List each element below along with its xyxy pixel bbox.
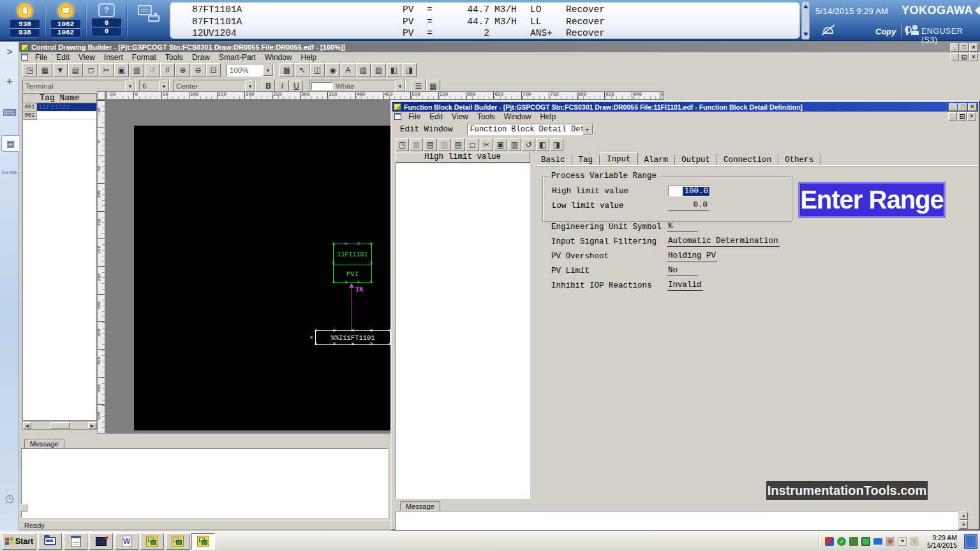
print-icon[interactable]: ▤	[68, 63, 83, 77]
open-icon[interactable]: ◳	[22, 63, 37, 77]
menu-item[interactable]: Window	[260, 53, 297, 62]
signal-line[interactable]	[352, 286, 352, 331]
node-icon[interactable]: ◉	[325, 63, 340, 77]
title-bar[interactable]: Control Drawing Builder - [Pjt:GSPCOGT S…	[19, 42, 980, 52]
taskbar-builder1-button[interactable]	[140, 533, 164, 550]
security-shield-icon[interactable]	[825, 537, 834, 546]
tab[interactable]: Connection	[717, 154, 778, 165]
menu-item[interactable]: Tools	[473, 112, 500, 121]
antivirus-check-icon[interactable]: ✓	[837, 537, 846, 546]
cut-icon[interactable]: ✂	[480, 138, 493, 151]
restore-button[interactable]: ◱	[960, 53, 969, 61]
color-select[interactable]: White▼	[309, 80, 406, 92]
field-value[interactable]: Invalid	[667, 281, 703, 291]
layout-b-icon[interactable]: ◨	[402, 63, 417, 77]
process-alarm-button[interactable]: 938 938	[8, 1, 42, 40]
flag-icon[interactable]: ⚑	[898, 537, 907, 546]
undo-icon[interactable]: ↺	[145, 63, 160, 77]
menu-item[interactable]: Window	[500, 112, 536, 121]
operator-guide-button[interactable]: ? 0 0	[89, 1, 124, 40]
message-scrollbar[interactable]: ▲▼	[960, 511, 968, 529]
banner-scrollbar[interactable]	[801, 1, 810, 40]
clock-icon[interactable]: ◷	[0, 492, 19, 504]
network-warning-icon[interactable]: !	[910, 537, 919, 546]
align-grid-icon[interactable]: ▧	[356, 63, 371, 77]
grid-icon[interactable]: #	[160, 63, 175, 77]
tag-row[interactable]: 001 11FI1101	[23, 103, 96, 112]
alarm-message-row[interactable]: 87FT1101A PV = 44.7 M3/H LO Recover	[192, 4, 799, 16]
paste-icon[interactable]: ▥	[508, 138, 521, 151]
taskbar-report-button[interactable]	[64, 533, 87, 550]
printer-icon[interactable]: ▥	[438, 138, 451, 151]
save-icon[interactable]: ▦	[410, 138, 423, 151]
tab[interactable]: Tag	[572, 154, 600, 165]
menu-item[interactable]: Help	[297, 53, 322, 62]
paste-icon[interactable]: ▥	[130, 63, 144, 77]
taskbar-builder2-button[interactable]	[166, 533, 189, 550]
alarm-message-panel[interactable]: 87FT1101A PV = 44.7 M3/H LO Recover 87FT…	[170, 2, 800, 39]
remote-session-icon[interactable]	[861, 537, 870, 546]
layout-a-icon[interactable]: ◧	[387, 63, 401, 77]
message-area[interactable]	[395, 511, 958, 530]
message-tab[interactable]: Message	[24, 439, 64, 449]
title-bar[interactable]: Function Block Detail Builder - [Pjt:GSP…	[392, 102, 978, 112]
connector-icon[interactable]: ◫	[310, 63, 325, 77]
text-icon[interactable]: A	[341, 63, 355, 77]
zoom-out-icon[interactable]: ⊖	[191, 63, 205, 77]
chevron-right-icon[interactable]: >	[0, 46, 19, 57]
underline-button[interactable]: U	[290, 80, 303, 92]
menu-item[interactable]: Draw	[188, 53, 214, 62]
message-area[interactable]	[21, 448, 388, 518]
menu-item[interactable]: Tools	[161, 53, 188, 62]
zoom-select[interactable]: 100%▼	[226, 64, 274, 77]
field-value[interactable]: %	[667, 222, 698, 232]
tab[interactable]: Basic	[535, 154, 572, 165]
taskbar-word-button[interactable]: W	[115, 533, 138, 550]
display-icon[interactable]	[873, 538, 882, 545]
align-select[interactable]: Center▼	[173, 80, 256, 92]
copy-button[interactable]: Copy	[875, 27, 896, 36]
menu-item[interactable]: Help	[536, 112, 561, 121]
close-button[interactable]: ×	[968, 103, 977, 111]
keyboard-icon[interactable]: ⌨	[0, 107, 19, 119]
message-tab[interactable]: Message	[400, 501, 440, 511]
stamp-icon[interactable]: ▩	[279, 63, 294, 77]
show-desktop-button[interactable]	[964, 534, 977, 549]
print-icon[interactable]: ▤	[452, 138, 465, 151]
tab[interactable]: Output	[675, 154, 717, 165]
save-icon[interactable]: ▦	[38, 63, 52, 77]
tag-row[interactable]: 002	[23, 112, 96, 120]
tab[interactable]: Others	[778, 154, 820, 165]
capture-icon[interactable]	[849, 537, 858, 546]
field-value[interactable]: Automatic Determination	[667, 237, 780, 247]
menu-item[interactable]: Edit	[52, 53, 74, 62]
alarm-message-row[interactable]: 87FT1101A PV = 44.7 M3/H LL Recover	[192, 16, 799, 28]
cut-icon[interactable]: ✂	[99, 63, 114, 77]
buzzer-off-icon[interactable]	[820, 24, 836, 38]
grid-view-icon[interactable]: ▦	[426, 80, 440, 92]
low-limit-input[interactable]: 0.0	[668, 201, 709, 211]
minimize-button[interactable]: _	[950, 53, 959, 61]
splitter[interactable]	[530, 152, 535, 499]
menu-item[interactable]: View	[74, 53, 100, 62]
minimize-button[interactable]: _	[948, 112, 957, 121]
register-icon[interactable]: ▤	[424, 138, 437, 151]
zoom-area-icon[interactable]: ⊡	[206, 63, 221, 77]
copy-icon[interactable]: ▣	[494, 138, 507, 151]
menu-item[interactable]: Smart-Part	[214, 53, 260, 62]
menu-item[interactable]: Insert	[100, 53, 128, 62]
tab[interactable]: Input	[600, 152, 638, 165]
print-preview-icon[interactable]: ◻	[84, 63, 98, 77]
copy-icon[interactable]: ▣	[114, 63, 129, 77]
pointer-icon[interactable]: ↖	[295, 63, 309, 77]
start-button[interactable]: Start	[2, 533, 36, 550]
minimize-button[interactable]: _	[949, 103, 958, 111]
function-block[interactable]: 11FI1101 PVI ×× ×× ×× ×× ××	[333, 244, 372, 283]
close-button[interactable]: ×	[969, 53, 978, 61]
field-value[interactable]: No	[667, 266, 698, 276]
italic-button[interactable]: I	[276, 80, 289, 92]
menu-item[interactable]: View	[447, 112, 473, 121]
download-icon[interactable]: ▼	[53, 63, 68, 77]
message-mini-button[interactable]	[20, 504, 27, 511]
bold-button[interactable]: B	[262, 80, 275, 92]
